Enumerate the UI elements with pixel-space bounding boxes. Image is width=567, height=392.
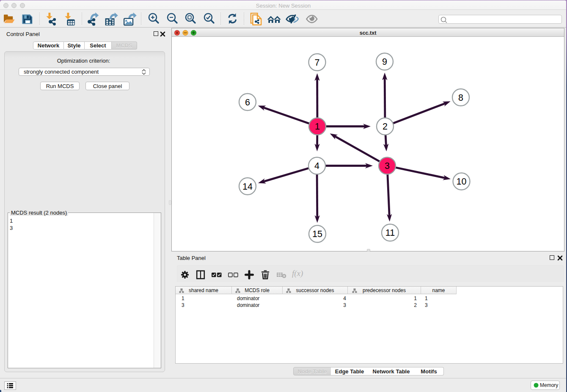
svg-text:3: 3 <box>385 161 390 171</box>
svg-text:11: 11 <box>385 228 395 238</box>
svg-text:8: 8 <box>458 93 463 103</box>
svg-text:14: 14 <box>242 182 253 192</box>
svg-text:6: 6 <box>245 97 250 108</box>
svg-text:7: 7 <box>315 58 320 68</box>
svg-text:9: 9 <box>382 57 387 67</box>
svg-text:2: 2 <box>383 121 388 132</box>
svg-text:15: 15 <box>312 229 322 239</box>
svg-text:1: 1 <box>315 121 320 132</box>
svg-text:4: 4 <box>314 161 319 171</box>
svg-text:10: 10 <box>457 177 467 187</box>
